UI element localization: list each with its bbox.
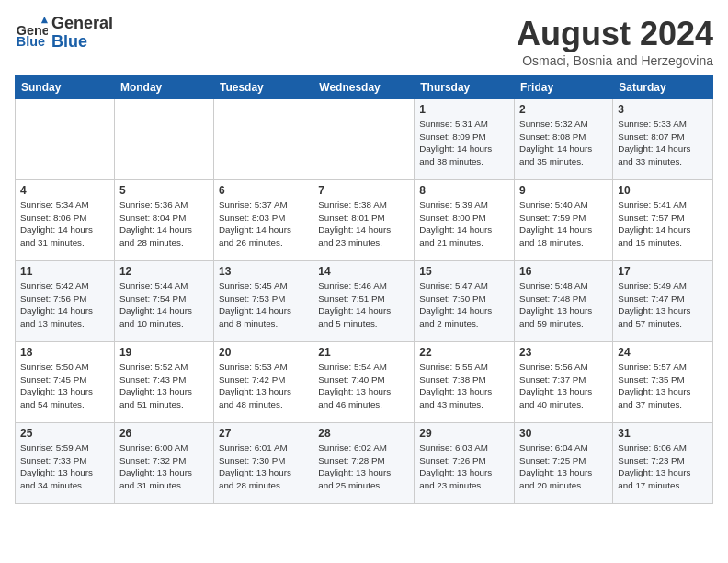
weekday-monday: Monday bbox=[114, 76, 213, 99]
logo: General Blue GeneralBlue bbox=[15, 15, 113, 52]
day-info: Sunrise: 5:53 AM Sunset: 7:42 PM Dayligh… bbox=[219, 361, 308, 411]
day-number: 2 bbox=[519, 103, 608, 116]
weekday-tuesday: Tuesday bbox=[213, 76, 313, 99]
week-row-1: 1Sunrise: 5:31 AM Sunset: 8:09 PM Daylig… bbox=[16, 99, 713, 180]
calendar-cell: 21Sunrise: 5:54 AM Sunset: 7:40 PM Dayli… bbox=[313, 342, 415, 423]
day-info: Sunrise: 6:03 AM Sunset: 7:26 PM Dayligh… bbox=[419, 442, 509, 492]
day-info: Sunrise: 5:47 AM Sunset: 7:50 PM Dayligh… bbox=[419, 280, 509, 330]
day-number: 10 bbox=[618, 184, 708, 197]
day-info: Sunrise: 5:45 AM Sunset: 7:53 PM Dayligh… bbox=[219, 280, 308, 330]
day-info: Sunrise: 5:52 AM Sunset: 7:43 PM Dayligh… bbox=[119, 361, 209, 411]
day-number: 6 bbox=[219, 184, 308, 197]
day-number: 31 bbox=[618, 427, 708, 440]
day-number: 26 bbox=[119, 427, 209, 440]
day-number: 9 bbox=[519, 184, 608, 197]
day-info: Sunrise: 5:44 AM Sunset: 7:54 PM Dayligh… bbox=[119, 280, 209, 330]
calendar-cell: 28Sunrise: 6:02 AM Sunset: 7:28 PM Dayli… bbox=[313, 423, 415, 504]
calendar-cell bbox=[114, 99, 213, 180]
day-number: 28 bbox=[318, 427, 409, 440]
page-header: General Blue GeneralBlue August 2024 Osm… bbox=[15, 15, 713, 68]
day-number: 5 bbox=[119, 184, 209, 197]
day-info: Sunrise: 5:36 AM Sunset: 8:04 PM Dayligh… bbox=[119, 199, 209, 249]
day-number: 14 bbox=[318, 265, 409, 278]
calendar-cell: 14Sunrise: 5:46 AM Sunset: 7:51 PM Dayli… bbox=[313, 261, 415, 342]
day-info: Sunrise: 5:50 AM Sunset: 7:45 PM Dayligh… bbox=[20, 361, 109, 411]
weekday-friday: Friday bbox=[515, 76, 613, 99]
day-number: 24 bbox=[618, 346, 708, 359]
calendar-cell: 3Sunrise: 5:33 AM Sunset: 8:07 PM Daylig… bbox=[613, 99, 713, 180]
calendar-cell: 20Sunrise: 5:53 AM Sunset: 7:42 PM Dayli… bbox=[213, 342, 313, 423]
day-info: Sunrise: 5:40 AM Sunset: 7:59 PM Dayligh… bbox=[519, 199, 608, 249]
day-info: Sunrise: 5:48 AM Sunset: 7:48 PM Dayligh… bbox=[519, 280, 608, 330]
calendar-cell: 9Sunrise: 5:40 AM Sunset: 7:59 PM Daylig… bbox=[515, 180, 613, 261]
calendar-cell: 22Sunrise: 5:55 AM Sunset: 7:38 PM Dayli… bbox=[415, 342, 515, 423]
day-number: 27 bbox=[219, 427, 308, 440]
calendar-cell: 18Sunrise: 5:50 AM Sunset: 7:45 PM Dayli… bbox=[16, 342, 115, 423]
calendar-cell: 24Sunrise: 5:57 AM Sunset: 7:35 PM Dayli… bbox=[613, 342, 713, 423]
title-block: August 2024 Osmaci, Bosnia and Herzegovi… bbox=[517, 15, 713, 68]
weekday-wednesday: Wednesday bbox=[313, 76, 415, 99]
calendar-cell: 16Sunrise: 5:48 AM Sunset: 7:48 PM Dayli… bbox=[515, 261, 613, 342]
calendar-cell bbox=[16, 99, 115, 180]
calendar-cell: 13Sunrise: 5:45 AM Sunset: 7:53 PM Dayli… bbox=[213, 261, 313, 342]
day-info: Sunrise: 5:37 AM Sunset: 8:03 PM Dayligh… bbox=[219, 199, 308, 249]
day-info: Sunrise: 5:31 AM Sunset: 8:09 PM Dayligh… bbox=[419, 118, 509, 168]
day-number: 18 bbox=[20, 346, 109, 359]
day-info: Sunrise: 6:01 AM Sunset: 7:30 PM Dayligh… bbox=[219, 442, 308, 492]
day-info: Sunrise: 6:06 AM Sunset: 7:23 PM Dayligh… bbox=[618, 442, 708, 492]
calendar-cell: 8Sunrise: 5:39 AM Sunset: 8:00 PM Daylig… bbox=[415, 180, 515, 261]
day-info: Sunrise: 5:59 AM Sunset: 7:33 PM Dayligh… bbox=[20, 442, 109, 492]
calendar-cell: 31Sunrise: 6:06 AM Sunset: 7:23 PM Dayli… bbox=[613, 423, 713, 504]
location-subtitle: Osmaci, Bosnia and Herzegovina bbox=[517, 53, 713, 68]
calendar-cell: 7Sunrise: 5:38 AM Sunset: 8:01 PM Daylig… bbox=[313, 180, 415, 261]
logo-icon: General Blue bbox=[15, 17, 48, 50]
day-number: 13 bbox=[219, 265, 308, 278]
calendar-cell: 2Sunrise: 5:32 AM Sunset: 8:08 PM Daylig… bbox=[515, 99, 613, 180]
day-number: 29 bbox=[419, 427, 509, 440]
day-number: 7 bbox=[318, 184, 409, 197]
calendar-cell: 26Sunrise: 6:00 AM Sunset: 7:32 PM Dayli… bbox=[114, 423, 213, 504]
week-row-5: 25Sunrise: 5:59 AM Sunset: 7:33 PM Dayli… bbox=[16, 423, 713, 504]
calendar-cell: 5Sunrise: 5:36 AM Sunset: 8:04 PM Daylig… bbox=[114, 180, 213, 261]
weekday-sunday: Sunday bbox=[16, 76, 115, 99]
day-info: Sunrise: 5:33 AM Sunset: 8:07 PM Dayligh… bbox=[618, 118, 708, 168]
day-info: Sunrise: 5:46 AM Sunset: 7:51 PM Dayligh… bbox=[318, 280, 409, 330]
calendar-cell: 12Sunrise: 5:44 AM Sunset: 7:54 PM Dayli… bbox=[114, 261, 213, 342]
week-row-4: 18Sunrise: 5:50 AM Sunset: 7:45 PM Dayli… bbox=[16, 342, 713, 423]
calendar-cell: 15Sunrise: 5:47 AM Sunset: 7:50 PM Dayli… bbox=[415, 261, 515, 342]
week-row-3: 11Sunrise: 5:42 AM Sunset: 7:56 PM Dayli… bbox=[16, 261, 713, 342]
calendar-cell bbox=[213, 99, 313, 180]
day-number: 4 bbox=[20, 184, 109, 197]
month-title: August 2024 bbox=[517, 15, 713, 53]
weekday-thursday: Thursday bbox=[415, 76, 515, 99]
week-row-2: 4Sunrise: 5:34 AM Sunset: 8:06 PM Daylig… bbox=[16, 180, 713, 261]
day-number: 21 bbox=[318, 346, 409, 359]
day-info: Sunrise: 5:57 AM Sunset: 7:35 PM Dayligh… bbox=[618, 361, 708, 411]
day-info: Sunrise: 5:32 AM Sunset: 8:08 PM Dayligh… bbox=[519, 118, 608, 168]
calendar-cell: 10Sunrise: 5:41 AM Sunset: 7:57 PM Dayli… bbox=[613, 180, 713, 261]
calendar-body: 1Sunrise: 5:31 AM Sunset: 8:09 PM Daylig… bbox=[16, 99, 713, 504]
day-number: 23 bbox=[519, 346, 608, 359]
calendar-cell: 17Sunrise: 5:49 AM Sunset: 7:47 PM Dayli… bbox=[613, 261, 713, 342]
day-number: 3 bbox=[618, 103, 708, 116]
calendar-cell: 11Sunrise: 5:42 AM Sunset: 7:56 PM Dayli… bbox=[16, 261, 115, 342]
calendar-cell: 25Sunrise: 5:59 AM Sunset: 7:33 PM Dayli… bbox=[16, 423, 115, 504]
svg-text:Blue: Blue bbox=[17, 34, 45, 49]
day-number: 1 bbox=[419, 103, 509, 116]
day-info: Sunrise: 5:42 AM Sunset: 7:56 PM Dayligh… bbox=[20, 280, 109, 330]
day-number: 15 bbox=[419, 265, 509, 278]
day-number: 25 bbox=[20, 427, 109, 440]
svg-marker-2 bbox=[41, 17, 48, 23]
day-info: Sunrise: 5:41 AM Sunset: 7:57 PM Dayligh… bbox=[618, 199, 708, 249]
calendar-cell: 30Sunrise: 6:04 AM Sunset: 7:25 PM Dayli… bbox=[515, 423, 613, 504]
day-number: 17 bbox=[618, 265, 708, 278]
day-number: 12 bbox=[119, 265, 209, 278]
day-info: Sunrise: 6:02 AM Sunset: 7:28 PM Dayligh… bbox=[318, 442, 409, 492]
day-info: Sunrise: 5:56 AM Sunset: 7:37 PM Dayligh… bbox=[519, 361, 608, 411]
day-number: 30 bbox=[519, 427, 608, 440]
calendar-cell: 4Sunrise: 5:34 AM Sunset: 8:06 PM Daylig… bbox=[16, 180, 115, 261]
calendar-cell: 29Sunrise: 6:03 AM Sunset: 7:26 PM Dayli… bbox=[415, 423, 515, 504]
day-number: 11 bbox=[20, 265, 109, 278]
calendar-cell: 23Sunrise: 5:56 AM Sunset: 7:37 PM Dayli… bbox=[515, 342, 613, 423]
day-info: Sunrise: 5:39 AM Sunset: 8:00 PM Dayligh… bbox=[419, 199, 509, 249]
